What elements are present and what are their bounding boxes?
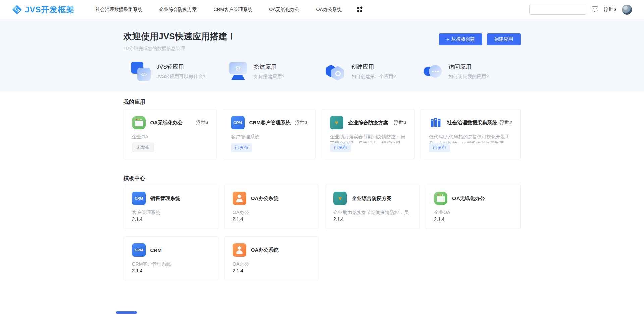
green-oa-app-icon xyxy=(434,192,447,205)
main-menu: 社会治理数据采集系统 企业综合防疫方案 CRM客户管理系统 OA无纸化办公 OA… xyxy=(95,7,341,13)
template-card-title: OA无纸化办公 xyxy=(452,195,512,202)
hero-subtitle: 10分钟完成您的数据信息管理 xyxy=(124,46,236,52)
navbar-right: 浮世3 xyxy=(529,5,632,15)
message-bubble-icon[interactable] xyxy=(592,6,598,13)
logo-text: JVS开发框架 xyxy=(25,4,74,15)
blue-crm-app-icon xyxy=(231,116,245,129)
template-card-title: OA办公系统 xyxy=(251,247,311,253)
app-card-title: 企业综合防疫方案 xyxy=(348,120,391,126)
app-card-owner: 浮世3 xyxy=(295,120,307,126)
hero-text-block: 欢迎使用JVS快速应用搭建！ 10分钟完成您的数据信息管理 xyxy=(124,30,236,52)
create-from-template-label: 从模板创建 xyxy=(451,36,475,42)
app-card-title: OA无纸化办公 xyxy=(150,120,194,126)
quick-links-row: JVS轻应用 JVS轻应用可以做什么? 搭建应用 如何搭建应用? 创建应用 xyxy=(124,62,521,81)
quick-link-subtitle: 如何搭建应用? xyxy=(254,74,285,80)
app-card-description: 企业助力落实春节期间疫情防控：员工返乡申报、居家打卡、返程申报、核酸检测报... xyxy=(330,133,406,143)
app-card-epidemic[interactable]: 企业综合防疫方案 浮世3 企业助力落实春节期间疫情防控：员工返乡申报、居家打卡、… xyxy=(322,109,415,159)
app-logo[interactable]: JVS开发框架 xyxy=(12,4,74,15)
logo-diamond-icon xyxy=(12,5,22,15)
status-badge: 未发布 xyxy=(132,143,154,152)
template-card-epidemic[interactable]: 企业综合防疫方案 企业助力落实春节期间疫情防控：员工返乡申报、居家打卡、返程申报… xyxy=(325,185,420,229)
template-version: 2.1.4 xyxy=(132,268,210,273)
app-card-owner: 浮世3 xyxy=(394,120,406,126)
app-card-owner: 浮世2 xyxy=(500,120,512,126)
hexagon-link-icon xyxy=(326,62,345,81)
orange-person-app-icon xyxy=(233,243,246,257)
create-app-button[interactable]: 创建应用 xyxy=(487,33,521,45)
orange-person-app-icon xyxy=(233,192,246,205)
template-card-title: OA办公系统 xyxy=(251,195,311,202)
app-card-description: 企业OA xyxy=(132,133,208,143)
hero-title: 欢迎使用JVS快速应用搭建！ xyxy=(124,30,236,42)
top-navbar: JVS开发框架 社会治理数据采集系统 企业综合防疫方案 CRM客户管理系统 OA… xyxy=(0,0,644,19)
blue-crm-app-icon xyxy=(132,192,146,205)
username[interactable]: 浮世3 xyxy=(604,6,616,13)
hero-banner: 欢迎使用JVS快速应用搭建！ 10分钟完成您的数据信息管理 + 从模板创建 创建… xyxy=(0,19,644,91)
template-card-title: 销售管理系统 xyxy=(150,195,210,202)
template-card-title: 企业综合防疫方案 xyxy=(352,195,411,202)
app-card-crm[interactable]: CRM客户管理系统 浮世3 客户管理系统 已发布 xyxy=(223,109,316,159)
template-card-oa-system-2[interactable]: OA办公系统 OA办公 2.1.4 xyxy=(224,236,319,280)
menu-item-oa-system[interactable]: OA办公系统 xyxy=(316,7,342,13)
my-apps-section-title: 我的应用 xyxy=(124,99,521,106)
apps-grid-icon[interactable] xyxy=(357,7,362,12)
template-card-description: OA办公 xyxy=(233,209,311,216)
app-card-description: 客户管理系统 xyxy=(231,133,307,143)
my-apps-section: 我的应用 OA无纸化办公 浮世3 企业OA 未发布 CRM客户管理系统 浮世3 … xyxy=(124,99,521,159)
create-from-template-button[interactable]: + 从模板创建 xyxy=(439,33,482,45)
quick-link-build-app[interactable]: 搭建应用 如何搭建应用? xyxy=(228,62,326,81)
template-card-crm[interactable]: CRM CRM客户管理系统 2.1.4 xyxy=(124,236,218,280)
blue-books-app-icon xyxy=(429,116,442,129)
app-card-title: 社会治理数据采集系统 xyxy=(447,120,497,126)
teal-heart-app-icon xyxy=(330,116,343,129)
app-card-owner: 浮世3 xyxy=(196,120,208,126)
template-version: 2.1.4 xyxy=(233,216,311,222)
menu-item-paperless-oa[interactable]: OA无纸化办公 xyxy=(269,7,299,13)
template-card-description: 客户管理系统 xyxy=(132,209,210,216)
status-badge: 已发布 xyxy=(231,143,252,152)
quick-link-subtitle: 如何访问我的应用? xyxy=(448,74,489,80)
template-card-oa-system-1[interactable]: OA办公系统 OA办公 2.1.4 xyxy=(224,185,319,229)
code-icon xyxy=(131,62,151,81)
horizontal-scrollbar-thumb[interactable] xyxy=(116,311,137,314)
user-avatar[interactable] xyxy=(622,5,632,15)
quick-link-title: 访问应用 xyxy=(448,63,489,71)
template-version: 2.1.4 xyxy=(333,216,411,222)
quick-link-jvs-light-app[interactable]: JVS轻应用 JVS轻应用可以做什么? xyxy=(131,62,228,81)
menu-item-social-data[interactable]: 社会治理数据采集系统 xyxy=(95,7,142,13)
quick-link-access-app[interactable]: 访问应用 如何访问我的应用? xyxy=(423,62,520,81)
status-badge: 已发布 xyxy=(429,143,450,152)
app-card-title: CRM客户管理系统 xyxy=(249,120,292,126)
quick-link-title: 搭建应用 xyxy=(254,63,285,71)
template-card-description: 企业OA xyxy=(434,209,512,216)
circles-dots-icon xyxy=(423,62,442,81)
teal-heart-app-icon xyxy=(333,192,347,205)
quick-link-subtitle: JVS轻应用可以做什么? xyxy=(157,74,205,80)
template-version: 2.1.4 xyxy=(132,216,210,222)
quick-link-title: JVS轻应用 xyxy=(157,63,205,71)
template-card-sales[interactable]: 销售管理系统 客户管理系统 2.1.4 xyxy=(124,185,218,229)
search-input[interactable] xyxy=(529,5,586,15)
app-card-oa-paperless[interactable]: OA无纸化办公 浮世3 企业OA 未发布 xyxy=(124,109,217,159)
template-card-oa-paperless[interactable]: OA无纸化办公 企业OA 2.1.4 xyxy=(426,185,520,229)
quick-link-subtitle: 如何创建第一个应用? xyxy=(351,74,396,80)
quick-link-create-app[interactable]: 创建应用 如何创建第一个应用? xyxy=(326,62,423,81)
template-card-description: CRM客户管理系统 xyxy=(132,261,210,268)
create-app-label: 创建应用 xyxy=(494,36,513,42)
template-version: 2.1.4 xyxy=(434,216,512,222)
app-card-description: 低代码/无代码指的是提供可视化开发工具，支持拖放，内置组件浏览器和逻辑构建器 xyxy=(429,133,512,143)
blue-crm-app-icon xyxy=(132,243,146,257)
template-card-description: OA办公 xyxy=(233,261,311,268)
green-oa-app-icon xyxy=(132,116,146,129)
quick-link-title: 创建应用 xyxy=(351,63,396,71)
template-center-section: 模板中心 销售管理系统 客户管理系统 2.1.4 OA办公系统 OA办公 2.1… xyxy=(124,175,521,280)
monitor-gear-icon xyxy=(228,62,248,81)
menu-item-crm[interactable]: CRM客户管理系统 xyxy=(213,7,252,13)
template-card-description: 企业助力落实春节期间疫情防控：员工返乡申报、居家打卡、返程申报、核酸检测报... xyxy=(333,209,411,216)
template-center-title: 模板中心 xyxy=(124,175,521,182)
app-card-social-data[interactable]: 社会治理数据采集系统 浮世2 低代码/无代码指的是提供可视化开发工具，支持拖放，… xyxy=(421,109,521,159)
template-card-title: CRM xyxy=(150,247,210,253)
menu-item-epidemic[interactable]: 企业综合防疫方案 xyxy=(159,7,197,13)
plus-icon: + xyxy=(446,37,449,42)
status-badge: 已发布 xyxy=(330,143,351,152)
